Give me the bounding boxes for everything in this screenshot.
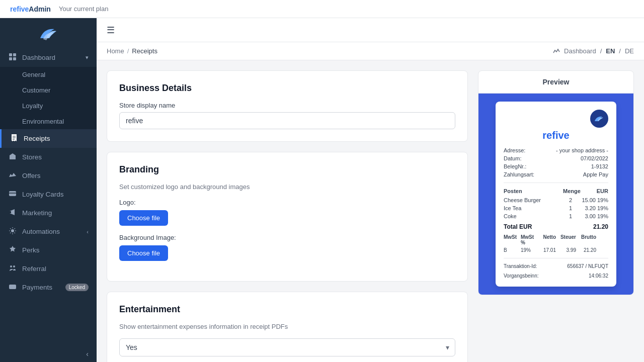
svg-rect-5 [13,157,14,158]
svg-point-8 [10,265,12,267]
sidebar-item-payments[interactable]: Payments Locked [0,278,97,297]
breadcrumb-right: Dashboard / EN / DE [553,47,634,55]
sidebar-item-marketing[interactable]: Marketing [0,204,97,222]
receipt-beleg-row: BelegNr.: 1-9132 [504,163,608,169]
sidebar-item-loyalty[interactable]: Loyalty [0,98,97,114]
receipt-item-2-price: 3.00 19% [578,213,608,219]
sidebar-item-marketing-label: Marketing [22,209,89,217]
sidebar-item-dashboard[interactable]: Dashboard ▾ [0,48,97,67]
receipt-vorgang-value: 14:06:32 [589,273,608,279]
sidebar-item-perks[interactable]: Perks [0,241,97,259]
branding-description: Set customized logo and background image… [119,183,455,191]
sidebar-item-stores[interactable]: Stores [0,148,97,166]
tax-col-mwst: MwSt [504,234,519,245]
logo-choose-file-button[interactable]: Choose file [119,210,168,226]
receipt-address-row: Adresse: - your shop address - [504,147,608,153]
tax-row-0-steuer: 3.99 [558,247,576,253]
sidebar-item-loyalty-cards[interactable]: Loyalty Cards [0,185,97,204]
branding-card: Branding Set customized logo and backgro… [107,152,468,282]
referral-icon [8,264,17,274]
receipt-store-name: refive [504,130,608,141]
sidebar-item-offers[interactable]: Offers [0,166,97,185]
svg-point-7 [11,229,14,232]
payments-icon [8,283,17,292]
receipt-item-1-price: 3.20 19% [578,205,608,211]
svg-rect-4 [11,157,13,159]
sidebar-item-automations[interactable]: Automations ‹ [0,222,97,241]
preview-header: Preview [478,71,633,94]
receipt-vorgang-row: Vorgangsbeinn: 14:06:32 [504,273,608,279]
preview-body: refive Adresse: - your shop address - Da… [478,94,633,295]
breadcrumb-lang-en[interactable]: EN [606,47,615,55]
page-content: Home / Receipts Dashboard / EN / DE [97,42,644,362]
sidebar-collapse-button[interactable]: ‹ [0,346,97,362]
breadcrumb-separator: / [127,47,129,55]
entertainment-title: Entertainment [119,304,455,315]
menu-toggle-button[interactable]: ☰ [107,25,115,36]
receipt-item-2: Coke 1 3.00 19% [504,213,608,219]
receipt-divider-2 [504,258,608,258]
loyalty-cards-icon [8,190,17,199]
sidebar-item-loyalty-cards-label: Loyalty Cards [22,191,89,198]
sidebar-item-environmental[interactable]: Environmental [0,114,97,129]
tax-row-0-code: B [504,247,519,253]
receipts-icon [10,134,19,143]
receipt-datum-row: Datum: 07/02/2022 [504,155,608,161]
receipt-total-row: Total EUR 21.20 [504,223,608,230]
sidebar-item-customer[interactable]: Customer [0,82,97,98]
sidebar-logo [0,18,97,48]
background-choose-file-button[interactable]: Choose file [119,245,168,261]
marketing-icon [8,208,17,218]
automations-icon [8,227,17,236]
svg-rect-6 [9,191,16,196]
perks-icon [8,245,17,255]
receipt-tax-header: MwSt MwSt % Netto Steuer Brutto [504,234,608,245]
current-plan-label: Your current plan [59,5,109,13]
receipt-col-posten: Posten [504,188,563,194]
receipt-item-2-qty: 1 [563,213,578,219]
receipt-total-value: 21.20 [593,223,608,230]
sidebar-item-receipts-label: Receipts [24,135,89,142]
main-layout: Dashboard ▾ General Customer Loyalty Env… [0,18,644,362]
receipt-logo-icon [590,110,608,128]
receipt-address-label: Adresse: [504,147,525,153]
receipt-transaktion-value: 656637 / NLFUQT [567,263,608,269]
svg-rect-3 [13,57,16,60]
sidebar-item-receipts[interactable]: Receipts [0,129,97,148]
breadcrumb-lang-separator: / [600,47,602,55]
receipt-item-0-qty: 2 [563,197,578,203]
receipt-beleg-value: 1-9132 [591,163,608,169]
tax-col-netto: Netto [538,234,556,245]
right-column: Preview [478,70,634,352]
toolbar: ☰ [97,18,644,42]
svg-rect-2 [9,57,12,60]
breadcrumb: Home / Receipts [107,47,157,55]
receipt-table-header: Posten Menge EUR [504,188,608,194]
receipt-card: refive Adresse: - your shop address - Da… [496,102,616,287]
dashboard-subitems: General Customer Loyalty Environmental [0,67,97,129]
store-display-name-label: Store display name [119,102,455,109]
main-columns: Business Details Store display name Bran… [97,60,644,362]
sidebar-item-general[interactable]: General [0,67,97,82]
breadcrumb-dashboard-link[interactable]: Dashboard [564,47,596,55]
payments-locked-badge: Locked [65,284,89,291]
receipt-col-eur: EUR [578,188,608,194]
breadcrumb-lang-slash: / [619,47,621,55]
entertainment-select[interactable]: Yes No [119,338,455,356]
svg-rect-0 [9,53,12,56]
sidebar-item-dashboard-label: Dashboard [22,54,80,61]
tax-row-0-netto: 17.01 [538,247,556,253]
sidebar-item-perks-label: Perks [22,246,89,254]
receipt-item-2-name: Coke [504,213,563,219]
breadcrumb-home-link[interactable]: Home [107,47,124,55]
sidebar-item-referral[interactable]: Referral [0,259,97,278]
dashboard-icon [8,53,17,62]
tax-row-0-brutto: 21.20 [578,247,596,253]
logo-label: Logo: [119,199,455,206]
breadcrumb-lang-de[interactable]: DE [625,47,634,55]
receipt-transaktion-label: Transaktion-Id: [504,263,537,269]
store-display-name-input[interactable] [119,112,455,129]
receipt-item-0-name: Cheese Burger [504,197,563,203]
receipt-col-menge: Menge [563,188,578,194]
receipt-item-1-name: Ice Tea [504,205,563,211]
